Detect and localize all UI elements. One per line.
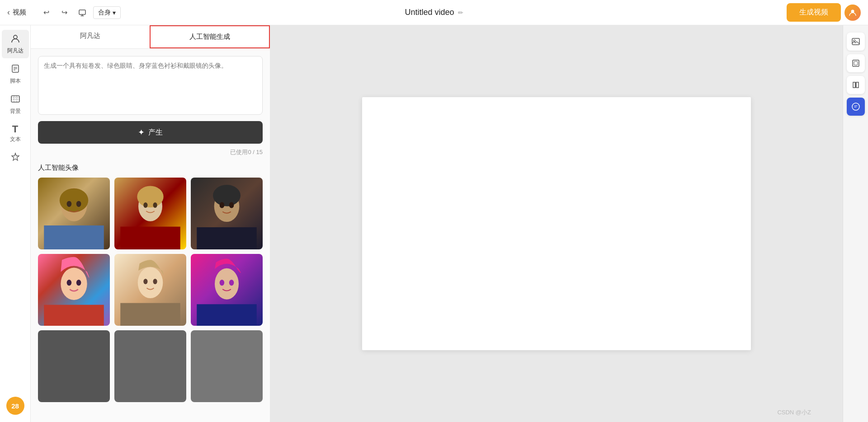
sidebar-item-effects[interactable] [2, 149, 29, 169]
svg-rect-16 [44, 225, 104, 249]
back-button[interactable]: ‹ 视频 [7, 8, 26, 17]
svg-point-40 [854, 40, 855, 42]
sidebar-item-text[interactable]: T 文本 [2, 121, 29, 147]
svg-rect-38 [197, 304, 257, 326]
svg-point-15 [76, 201, 81, 207]
script-icon [10, 64, 20, 76]
svg-rect-7 [11, 96, 19, 102]
portrait-item-1[interactable] [38, 178, 110, 249]
svg-rect-41 [853, 60, 859, 66]
screen-icon [78, 9, 86, 17]
svg-point-20 [153, 202, 157, 208]
user-badge[interactable]: 28 [6, 397, 24, 415]
user-icon [849, 9, 857, 17]
left-panel: 阿凡达 人工智能生成 ✦ 产生 已使用0 / 15 人工智能头像 [31, 25, 270, 422]
portrait-grid [38, 178, 263, 402]
svg-rect-0 [79, 10, 85, 14]
portrait-item-2[interactable] [114, 178, 186, 249]
svg-point-29 [76, 280, 81, 286]
undo-button[interactable]: ↩ [39, 5, 53, 20]
tab-avatar-label: 阿凡达 [80, 32, 100, 39]
sidebar-item-background[interactable]: 背景 [2, 90, 29, 119]
combine-button[interactable]: 合身 ▾ [93, 6, 121, 19]
canvas-area: CSDN @小Z [270, 25, 843, 422]
svg-rect-26 [197, 227, 257, 249]
portrait-item-9[interactable] [191, 330, 263, 402]
tab-avatar[interactable]: 阿凡达 [31, 25, 150, 48]
portrait-item-8[interactable] [114, 330, 186, 402]
right-tool-frame[interactable] [847, 54, 865, 72]
tab-ai-label: 人工智能生成 [189, 33, 230, 40]
right-tool-image[interactable] [847, 33, 865, 51]
sidebar-label-script: 脚本 [10, 77, 21, 85]
svg-point-24 [220, 202, 225, 208]
header-actions: ↩ ↪ 合身 ▾ [39, 5, 121, 20]
portrait-item-7[interactable] [38, 330, 110, 402]
generate-ai-button[interactable]: ✦ 产生 [38, 121, 263, 144]
svg-point-28 [67, 280, 72, 286]
redo-button[interactable]: ↪ [57, 5, 71, 20]
portrait-item-3[interactable] [191, 178, 263, 249]
prompt-input[interactable] [44, 62, 257, 107]
screen-icon-btn[interactable] [75, 5, 90, 20]
title-area: Untitled video ✏ [405, 8, 463, 17]
user-avatar[interactable] [844, 5, 861, 21]
video-title: Untitled video [405, 8, 454, 17]
sidebar-label-text: 文本 [10, 136, 21, 143]
image-icon [851, 37, 860, 46]
svg-rect-39 [852, 38, 859, 45]
sidebar-icons: 阿凡达 脚本 [0, 25, 31, 422]
svg-point-31 [138, 267, 163, 298]
right-tool-chat[interactable] [847, 98, 865, 116]
svg-point-19 [143, 202, 147, 208]
watermark: CSDN @小Z [777, 408, 811, 417]
portrait-face-1 [38, 178, 110, 249]
svg-point-36 [220, 280, 225, 286]
generate-video-button[interactable]: 生成视频 [787, 3, 841, 22]
svg-point-27 [61, 267, 87, 300]
right-tool-book[interactable] [847, 76, 865, 94]
sidebar-label-avatar: 阿凡达 [7, 47, 24, 55]
right-tools [843, 25, 868, 422]
svg-point-23 [213, 185, 241, 206]
book-icon [851, 80, 860, 89]
portrait-item-5[interactable] [114, 254, 186, 326]
svg-point-43 [852, 103, 859, 110]
svg-point-18 [137, 186, 163, 208]
generate-ai-label: 产生 [148, 128, 163, 137]
chevron-down-icon: ▾ [113, 9, 116, 16]
portrait-face-5 [114, 254, 186, 326]
avatar-icon [10, 33, 20, 46]
portrait-face-4 [38, 254, 110, 326]
sidebar-item-script[interactable]: 脚本 [2, 60, 29, 89]
header: ‹ 视频 ↩ ↪ 合身 ▾ Untitled video [0, 0, 868, 25]
chat-icon [851, 102, 860, 111]
sidebar-item-avatar[interactable]: 阿凡达 [2, 30, 29, 58]
svg-point-14 [67, 201, 72, 207]
edit-title-icon[interactable]: ✏ [458, 9, 463, 16]
svg-point-25 [229, 202, 234, 208]
back-label: 视频 [13, 8, 26, 17]
svg-point-35 [215, 268, 239, 300]
magic-icon: ✦ [138, 127, 145, 137]
tab-ai-generate[interactable]: 人工智能生成 [150, 25, 270, 48]
portrait-item-4[interactable] [38, 254, 110, 326]
portrait-item-6[interactable] [191, 254, 263, 326]
portrait-face-2 [114, 178, 186, 249]
svg-rect-34 [120, 303, 180, 326]
canvas-white [362, 97, 751, 350]
panel-content: ✦ 产生 已使用0 / 15 人工智能头像 [31, 49, 270, 422]
panel-tabs: 阿凡达 人工智能生成 [31, 25, 270, 49]
back-arrow-icon: ‹ [7, 8, 10, 17]
usage-text: 已使用0 / 15 [38, 148, 263, 156]
text-icon: T [12, 124, 18, 134]
svg-point-32 [143, 279, 147, 284]
background-icon [10, 94, 20, 106]
badge-number: 28 [11, 402, 19, 410]
combine-label: 合身 [98, 9, 111, 17]
svg-point-2 [14, 35, 17, 39]
svg-rect-30 [44, 305, 104, 326]
undo-icon: ↩ [43, 8, 49, 17]
header-left: ‹ 视频 ↩ ↪ 合身 ▾ [7, 5, 121, 20]
portrait-face-3 [191, 178, 263, 249]
